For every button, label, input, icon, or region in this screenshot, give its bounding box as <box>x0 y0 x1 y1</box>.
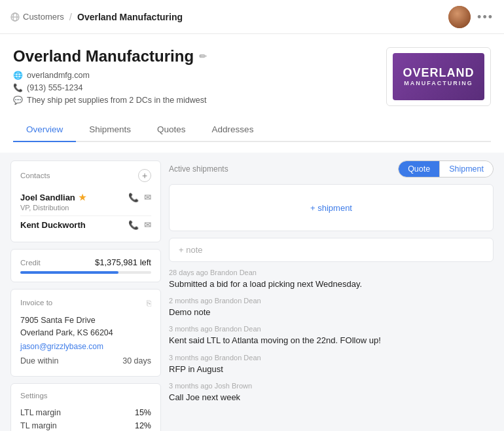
phone-contact-icon[interactable]: 📞 <box>128 193 139 202</box>
contact-1-name: Joel Sandlian <box>20 193 75 202</box>
invoice-card-header: Invoice to ⎘ <box>20 297 151 308</box>
email-contact-2-icon[interactable]: ✉ <box>144 220 151 230</box>
website-row: 🌐 overlandmfg.com <box>13 71 207 80</box>
invoice-section: 7905 Santa Fe Drive Overland Park, KS 66… <box>20 314 151 365</box>
tab-addresses[interactable]: Addresses <box>199 118 267 142</box>
more-options-button[interactable]: ••• <box>477 11 494 23</box>
copy-icon[interactable]: ⎘ <box>147 299 151 308</box>
note-1-meta: 28 days ago Brandon Dean <box>169 269 494 276</box>
tl-margin-value: 12% <box>135 421 151 430</box>
contacts-card: Contacts + Joel Sandlian ★ 📞 ✉ VP, Distr… <box>10 160 161 242</box>
phone-value: (913) 555-1234 <box>27 83 82 92</box>
logo-inner: OVERLAND MANUFACTURING <box>393 53 484 100</box>
settings-card-header: Settings <box>20 392 151 400</box>
address-line2: Overland Park, KS 66204 <box>20 327 151 339</box>
note-item-4: 3 months ago Brandon Dean RFP in August <box>169 354 494 375</box>
breadcrumb-separator: / <box>69 11 72 22</box>
note-5-text: Call Joe next week <box>169 392 494 403</box>
left-panel: Contacts + Joel Sandlian ★ 📞 ✉ VP, Distr… <box>10 160 161 431</box>
invoice-due-row: Due within 30 days <box>20 356 151 365</box>
contact-name-row: Joel Sandlian ★ 📞 ✉ <box>20 193 151 202</box>
contacts-card-header: Contacts + <box>20 169 151 182</box>
add-note-input[interactable]: + note <box>169 238 494 262</box>
add-contact-button[interactable]: + <box>138 169 151 182</box>
contact-1-title: VP, Distribution <box>20 204 151 212</box>
phone-contact-2-icon[interactable]: 📞 <box>128 220 139 230</box>
shipments-header: Active shipments Quote Shipment <box>169 160 494 178</box>
credit-card: Credit $1,375,981 left <box>10 249 161 282</box>
current-page-label: Overland Manufacturing <box>77 12 183 22</box>
contact-item: Joel Sandlian ★ 📞 ✉ VP, Distribution <box>20 189 151 216</box>
ltl-margin-label: LTL margin <box>20 408 61 417</box>
company-header: Overland Manufacturing ✏ 🌐 overlandmfg.c… <box>13 47 491 106</box>
invoice-card: Invoice to ⎘ 7905 Santa Fe Drive Overlan… <box>10 289 161 377</box>
credit-row: Credit $1,375,981 left <box>20 257 151 267</box>
star-icon: ★ <box>79 193 86 202</box>
add-shipment-button[interactable]: + shipment <box>310 203 352 213</box>
breadcrumb: Customers / Overland Manufacturing <box>10 11 183 22</box>
edit-icon[interactable]: ✏ <box>199 51 207 62</box>
note-3-text: Kent said LTL to Atlanta moving on the 2… <box>169 335 494 347</box>
invoice-email[interactable]: jason@grizzlybase.com <box>20 342 151 351</box>
invoice-label: Invoice to <box>20 299 52 307</box>
top-nav: Customers / Overland Manufacturing ••• <box>0 0 504 34</box>
note-item-5: 3 months ago Josh Brown Call Joe next we… <box>169 382 494 403</box>
invoice-address: 7905 Santa Fe Drive Overland Park, KS 66… <box>20 314 151 339</box>
active-shipments-label: Active shipments <box>169 164 228 174</box>
description-row: 💬 They ship pet supplies from 2 DCs in t… <box>13 96 207 105</box>
credit-bar-bg <box>20 271 151 274</box>
ltl-margin-value: 15% <box>135 408 151 417</box>
logo-text-bottom: MANUFACTURING <box>404 80 473 86</box>
note-item-3: 3 months ago Brandon Dean Kent said LTL … <box>169 325 494 347</box>
description-value: They ship pet supplies from 2 DCs in the… <box>27 96 206 105</box>
note-4-meta: 3 months ago Brandon Dean <box>169 354 494 362</box>
quote-button[interactable]: Quote <box>399 161 439 177</box>
company-logo: OVERLAND MANUFACTURING <box>386 47 491 106</box>
tabs: Overview Shipments Quotes Addresses <box>13 118 491 142</box>
contact-2-actions: 📞 ✉ <box>128 220 151 230</box>
note-2-meta: 2 months ago Brandon Dean <box>169 297 494 305</box>
customers-label: Customers <box>23 12 64 22</box>
due-value: 30 days <box>122 356 151 365</box>
credit-label: Credit <box>20 259 41 267</box>
shipment-button[interactable]: Shipment <box>439 161 493 177</box>
phone-meta-icon: 📞 <box>13 83 23 92</box>
nav-right: ••• <box>448 6 494 28</box>
due-label: Due within <box>20 356 58 365</box>
settings-label: Settings <box>20 392 48 400</box>
contact-2-name: Kent Duckworth <box>20 220 86 230</box>
quote-shipment-toggle: Quote Shipment <box>398 160 494 178</box>
note-2-text: Demo note <box>169 307 494 318</box>
company-meta: 🌐 overlandmfg.com 📞 (913) 555-1234 💬 The… <box>13 71 207 105</box>
contacts-label: Contacts <box>20 172 50 179</box>
globe-icon <box>10 12 20 22</box>
note-item-1: 28 days ago Brandon Dean Submitted a bid… <box>169 269 494 290</box>
logo-text-top: OVERLAND <box>403 67 474 79</box>
ltl-margin-row: LTL margin 15% <box>20 406 151 419</box>
company-header-section: Overland Manufacturing ✏ 🌐 overlandmfg.c… <box>0 34 504 153</box>
note-1-text: Submitted a bid for a load picking next … <box>169 278 494 290</box>
tl-margin-label: TL margin <box>20 421 57 430</box>
note-4-text: RFP in August <box>169 364 494 375</box>
customers-nav-link[interactable]: Customers <box>10 12 64 22</box>
address-line1: 7905 Santa Fe Drive <box>20 314 151 327</box>
contact-1-actions: 📞 ✉ <box>128 193 151 202</box>
tab-shipments[interactable]: Shipments <box>76 118 144 142</box>
info-meta-icon: 💬 <box>13 96 23 105</box>
avatar-image <box>448 6 471 28</box>
website-value[interactable]: overlandmfg.com <box>27 71 90 80</box>
phone-row: 📞 (913) 555-1234 <box>13 83 207 92</box>
note-5-meta: 3 months ago Josh Brown <box>169 382 494 390</box>
active-shipments-box: + shipment <box>169 184 494 231</box>
note-3-meta: 3 months ago Brandon Dean <box>169 325 494 333</box>
body-layout: Contacts + Joel Sandlian ★ 📞 ✉ VP, Distr… <box>0 153 504 431</box>
credit-value: $1,375,981 left <box>95 257 151 267</box>
avatar[interactable] <box>448 6 471 28</box>
tl-margin-row: TL margin 12% <box>20 419 151 432</box>
tab-quotes[interactable]: Quotes <box>144 118 199 142</box>
email-contact-icon[interactable]: ✉ <box>144 193 151 202</box>
contact-2-name-left: Kent Duckworth <box>20 220 86 230</box>
company-name: Overland Manufacturing ✏ <box>13 47 207 66</box>
tab-overview[interactable]: Overview <box>13 118 76 142</box>
right-panel: Active shipments Quote Shipment + shipme… <box>169 160 494 431</box>
